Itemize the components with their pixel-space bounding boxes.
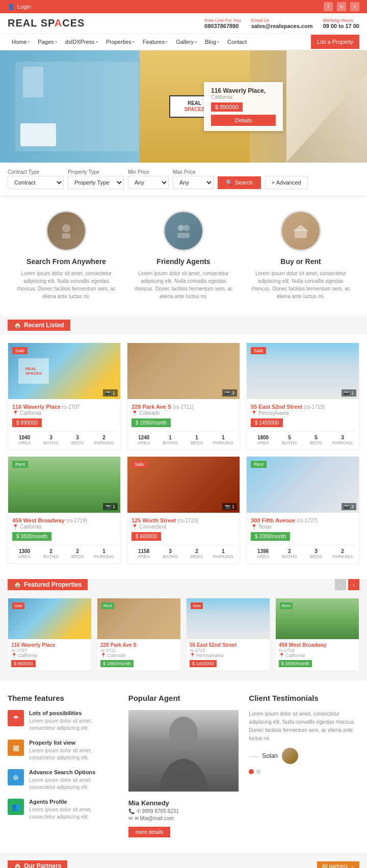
- featured-price-2: $ 1890/month: [100, 660, 134, 667]
- nav-list-property[interactable]: List a Property: [311, 35, 359, 49]
- featured-id-1: rs-1707: [11, 648, 88, 653]
- property-price-6: $ 2000/month: [251, 532, 290, 541]
- featured-title-3[interactable]: 55 East 52nd Street: [190, 642, 267, 648]
- hero-details-button[interactable]: Details: [211, 115, 276, 126]
- search-button[interactable]: 🔍 Search: [218, 176, 261, 189]
- property-image-5: Sale 📷 1: [127, 457, 240, 513]
- theme-feature-desc-2: Lorem ipsum dolor sit amet, consectetur …: [29, 747, 118, 761]
- chevron-down-icon: ▾: [195, 40, 197, 44]
- featured-location-1: 📍California: [11, 653, 88, 658]
- property-title-2[interactable]: 228 Park Ave S (rs-1711): [132, 403, 235, 410]
- max-price-select[interactable]: Any: [173, 176, 214, 189]
- min-price-field: Min Price Any: [128, 169, 169, 189]
- instagram-icon[interactable]: in: [337, 2, 346, 11]
- featured-prev-button[interactable]: ‹: [335, 579, 346, 590]
- property-title-4[interactable]: 459 West Broadway (rs-1719): [12, 517, 116, 524]
- advanced-search-button[interactable]: + Advanced: [265, 176, 308, 189]
- agent-more-details-button[interactable]: more details: [128, 827, 170, 837]
- featured-info-2: 228 Park Ave S rs-1711 📍Colorado $ 1890/…: [97, 639, 180, 670]
- agent-details: Mia Kennedy 📞 ✆ 9999 8765 8231 ✉ ✉ Mia@m…: [128, 797, 239, 840]
- login-link[interactable]: Login: [17, 4, 31, 10]
- testimonials-title: Client Testimonials: [249, 694, 359, 702]
- features-section: Search From Anywhere Lorem ipsum dolor s…: [0, 195, 367, 315]
- property-price-1: $ 890000: [12, 418, 42, 427]
- featured-location-4: 📍California: [279, 653, 356, 658]
- property-price-2: $ 1890/month: [132, 418, 171, 427]
- max-price-field: Max Price Any: [173, 169, 214, 189]
- property-title-1[interactable]: 116 Waverly Place rs-1707: [12, 403, 116, 410]
- property-title-5[interactable]: 125 Worth Street (rs-1723): [132, 517, 235, 524]
- featured-card-1719: Rent 459 West Broadway rs-1719 📍Californ…: [275, 598, 359, 671]
- theme-features-col: Theme features ☂ Lots of possibilities L…: [8, 694, 118, 840]
- nav-blog[interactable]: Blog ▾: [201, 34, 223, 50]
- featured-next-button[interactable]: ›: [348, 579, 359, 590]
- svg-point-7: [169, 717, 198, 749]
- search-bar: Contract Type Contract Property Type Pro…: [0, 163, 367, 195]
- featured-title-2[interactable]: 228 Park Ave S: [100, 642, 177, 648]
- svg-point-2: [178, 225, 184, 231]
- agent-phone: 📞 ✆ 9999 8765 8231: [128, 808, 239, 814]
- all-partners-button[interactable]: All partners →: [317, 861, 359, 869]
- chevron-down-icon: ▾: [217, 40, 219, 44]
- featured-section: 🏠 Featured Properties ‹ › Sale 116 Waver…: [0, 579, 367, 681]
- feature-search-title: Search From Anywhere: [14, 257, 119, 266]
- featured-rent-badge-2: Rent: [101, 602, 114, 609]
- featured-info-1: 116 Waverly Place rs-1707 📍California $ …: [8, 639, 91, 670]
- image-count-6: 📷 3: [342, 503, 356, 510]
- sale-badge-3: Sale: [251, 347, 266, 354]
- property-location-3: 📍Pennsylvania: [251, 410, 355, 416]
- facebook-icon[interactable]: f: [324, 2, 333, 11]
- email-info: Email Us sales@realspaces.com: [251, 18, 313, 29]
- nav-gallery[interactable]: Gallery ▾: [172, 34, 201, 50]
- property-card-1719: Rent 📷 1 459 West Broadway (rs-1719) 📍Ca…: [8, 456, 121, 564]
- property-card-1707: REALSPACES Sale 📷 1 116 Waverly Place rs…: [8, 343, 121, 450]
- nav-contact[interactable]: Contact: [223, 34, 251, 50]
- featured-title-4[interactable]: 459 West Broadway: [279, 642, 356, 648]
- featured-card-1707: Sale 116 Waverly Place rs-1707 📍Californ…: [8, 598, 92, 671]
- feature-buy-rent-icon: [280, 211, 321, 251]
- agent-photo: [128, 710, 239, 792]
- property-card-1711: 📷 3 228 Park Ave S (rs-1711) 📍Colorado $…: [127, 343, 240, 450]
- phone-info: Free Line For You 08037867890: [204, 18, 241, 29]
- contract-type-select[interactable]: Contract: [8, 176, 64, 189]
- theme-feature-4: 👥 Agents Profile Lorem ipsum dolor sit a…: [8, 799, 118, 821]
- twitter-icon[interactable]: t: [350, 2, 359, 11]
- phone-label: Free Line For You: [204, 18, 241, 23]
- testimonial-text: Lorem ipsum dolor sit amet, consectetur …: [249, 710, 359, 743]
- dot-2[interactable]: [256, 769, 261, 774]
- nav-home[interactable]: Home ▾: [8, 34, 34, 50]
- nav-pages[interactable]: Pages ▾: [34, 34, 61, 50]
- phone-icon: 📞: [128, 808, 135, 814]
- property-title-3[interactable]: 55 East 52nd Street (rs-1715): [251, 403, 355, 410]
- featured-card-1715: Sale 55 East 52nd Street rs-1715 📍Pennsy…: [186, 598, 270, 671]
- featured-image-3: Sale: [187, 598, 270, 639]
- header: REAL SPACES Free Line For You 0803786789…: [0, 13, 367, 34]
- feature-search: Search From Anywhere Lorem ipsum dolor s…: [14, 211, 119, 300]
- three-column-section: Theme features ☂ Lots of possibilities L…: [0, 681, 367, 853]
- contract-type-field: Contract Type Contract: [8, 169, 64, 189]
- nav-properties[interactable]: Properties ▾: [102, 34, 139, 50]
- property-info-6: 300 Fifth Avenue (rs-1727) 📍Texas $ 2000…: [247, 513, 359, 563]
- agents-profile-icon: 👥: [8, 799, 24, 815]
- phone-number: 08037867890: [204, 23, 241, 29]
- image-count-3: 📷 1: [342, 389, 356, 397]
- featured-location-2: 📍Colorado: [100, 653, 177, 658]
- feature-agents-desc: Lorem ipsum dolor sit amet, consectetur …: [131, 270, 237, 300]
- nav-dsidxpress[interactable]: dsIDXPress ▾: [61, 34, 102, 50]
- site-logo[interactable]: REAL SPACES: [8, 17, 85, 29]
- top-bar-social: f in t: [324, 2, 359, 11]
- quote-icon: —: [249, 751, 258, 761]
- dot-1[interactable]: [249, 769, 254, 774]
- image-count-1: 📷 1: [103, 389, 118, 397]
- top-bar-login: 👤 Login: [8, 4, 31, 10]
- min-price-select[interactable]: Any: [128, 176, 169, 189]
- theme-feature-desc-3: Lorem ipsum dolor sit amet, consectetur …: [29, 777, 118, 791]
- property-type-select[interactable]: Property Type: [68, 176, 124, 189]
- property-type-field: Property Type Property Type: [68, 169, 124, 189]
- top-bar: 👤 Login f in t: [0, 0, 367, 13]
- possibilities-icon: ☂: [8, 710, 24, 726]
- nav-features[interactable]: Features ▾: [139, 34, 172, 50]
- testimonial-author-name: Solan: [262, 752, 278, 759]
- property-title-6[interactable]: 300 Fifth Avenue (rs-1727): [251, 517, 355, 524]
- featured-title-1[interactable]: 116 Waverly Place: [11, 642, 88, 648]
